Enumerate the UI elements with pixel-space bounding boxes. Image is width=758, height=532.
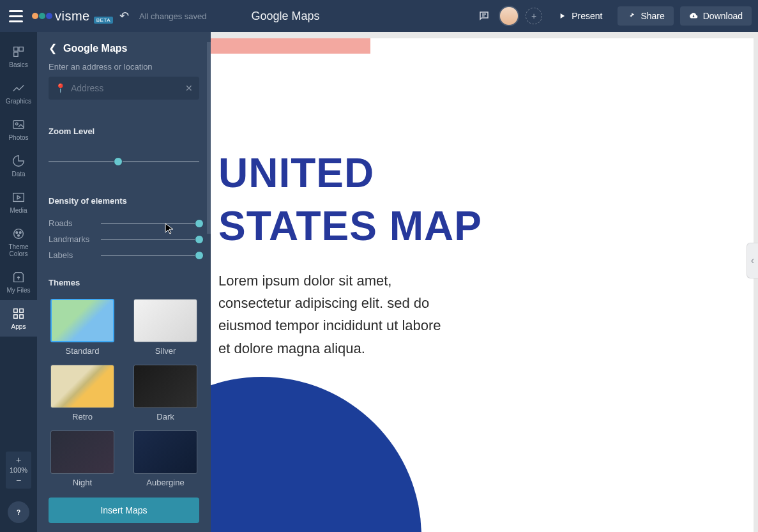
zoom-out-button[interactable]: − [15, 474, 22, 487]
density-slider-label: Roads [49, 218, 101, 228]
menu-button[interactable] [6, 8, 26, 25]
leftbar-item-media[interactable]: Media [0, 184, 37, 220]
zoom-in-button[interactable]: + [15, 453, 22, 466]
theme-thumb [50, 365, 114, 408]
insert-maps-button[interactable]: Insert Maps [49, 498, 199, 523]
theme-thumb [50, 430, 114, 474]
share-button[interactable]: Share [618, 6, 673, 26]
theme-standard[interactable]: Standard [49, 299, 116, 356]
zoom-level-label: Zoom Level [49, 126, 199, 136]
leftbar-item-data[interactable]: Data [0, 148, 37, 184]
theme-thumb [133, 365, 197, 408]
back-button[interactable]: ❮ [49, 42, 57, 54]
density-row-labels: Labels [49, 250, 199, 260]
canvas-page[interactable]: UNITED STATES MAP Lorem ipsum dolor sit … [211, 38, 754, 532]
theme-silver[interactable]: Silver [132, 299, 199, 356]
svg-rect-13 [20, 309, 24, 313]
undo-button[interactable]: ↶ [119, 9, 129, 23]
svg-rect-14 [14, 315, 18, 319]
logo[interactable]: visme BETA [32, 9, 113, 24]
add-collaborator-button[interactable]: + [526, 8, 542, 24]
theme-thumb [133, 430, 197, 474]
address-field-wrap: 📍 ✕ [49, 77, 199, 100]
canvas-body[interactable]: Lorem ipsum dolor sit amet, consectetur … [218, 270, 448, 360]
pin-icon: 📍 [55, 83, 66, 93]
save-status: All changes saved [139, 11, 207, 21]
zoom-slider[interactable] [49, 142, 199, 181]
svg-point-9 [16, 232, 18, 234]
decorative-bar [211, 38, 370, 54]
download-button[interactable]: Download [680, 6, 752, 26]
themes-label: Themes [49, 278, 199, 287]
canvas-title[interactable]: UNITED STATES MAP [218, 147, 482, 253]
svg-rect-3 [19, 47, 23, 51]
theme-night[interactable]: Night [49, 430, 116, 487]
svg-point-11 [18, 234, 20, 236]
svg-rect-2 [14, 47, 18, 51]
theme-thumb [133, 299, 197, 342]
leftbar-item-basics[interactable]: Basics [0, 38, 37, 75]
theme-label: Silver [155, 346, 176, 356]
svg-point-6 [15, 123, 18, 125]
svg-point-8 [14, 229, 24, 239]
clear-address-button[interactable]: ✕ [185, 83, 193, 93]
theme-label: Standard [66, 346, 100, 356]
svg-rect-12 [14, 309, 18, 313]
svg-rect-7 [13, 194, 24, 202]
theme-aubergine[interactable]: Aubergine [132, 430, 199, 487]
topbar: visme BETA ↶ All changes saved Google Ma… [0, 0, 758, 32]
svg-rect-5 [13, 121, 24, 129]
theme-dark[interactable]: Dark [132, 365, 199, 422]
theme-label: Aubergine [146, 478, 184, 487]
svg-rect-15 [20, 315, 24, 319]
document-title[interactable]: Google Maps [252, 10, 320, 23]
address-input[interactable] [71, 83, 185, 93]
theme-label: Retro [72, 412, 93, 422]
leftbar-item-graphics[interactable]: Graphics [0, 75, 37, 111]
density-slider-label: Landmarks [49, 234, 101, 244]
expand-right-panel-button[interactable] [747, 243, 758, 278]
help-button[interactable]: ? [8, 501, 29, 523]
left-toolbar: Basics Graphics Photos Data Media Theme … [0, 32, 37, 532]
present-button[interactable]: Present [549, 6, 611, 26]
side-panel: ❮ Google Maps Enter an address or locati… [37, 32, 211, 532]
comments-icon[interactable] [476, 8, 492, 24]
density-slider-roads[interactable] [101, 219, 199, 228]
density-slider-label: Labels [49, 250, 101, 260]
svg-point-10 [19, 232, 21, 234]
density-row-roads: Roads [49, 218, 199, 228]
beta-badge: BETA [94, 17, 113, 24]
theme-label: Dark [156, 412, 174, 422]
density-label: Density of elements [49, 196, 199, 206]
leftbar-item-my-files[interactable]: My Files [0, 264, 37, 300]
density-slider-labels[interactable] [101, 251, 199, 260]
zoom-value: 100% [10, 466, 27, 474]
leftbar-item-apps[interactable]: Apps [0, 300, 37, 337]
avatar[interactable] [499, 6, 519, 26]
zoom-control: + 100% − [6, 452, 31, 489]
theme-thumb [50, 299, 114, 342]
leftbar-item-theme-colors[interactable]: Theme Colors [0, 220, 37, 264]
decorative-circle [211, 377, 421, 532]
theme-label: Night [73, 478, 92, 487]
canvas-area[interactable]: UNITED STATES MAP Lorem ipsum dolor sit … [211, 32, 758, 532]
address-label: Enter an address or location [49, 62, 199, 72]
svg-rect-4 [14, 52, 18, 56]
panel-title: Google Maps [63, 43, 127, 54]
logo-text: visme [55, 9, 90, 24]
theme-retro[interactable]: Retro [49, 365, 116, 422]
leftbar-item-photos[interactable]: Photos [0, 111, 37, 148]
density-slider-landmarks[interactable] [101, 235, 199, 244]
density-row-landmarks: Landmarks [49, 234, 199, 244]
